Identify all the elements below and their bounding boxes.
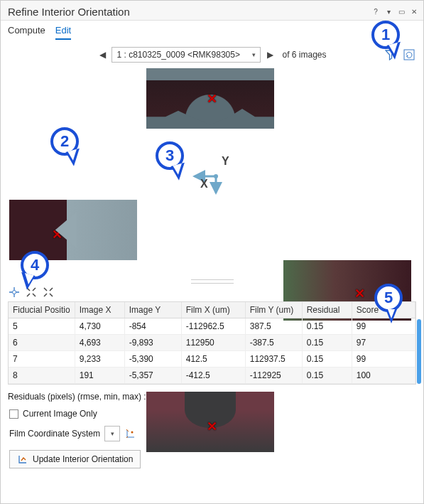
axis-icon: Y X (189, 154, 246, 196)
fiducial-table: Fiducial Positio Image X Image Y Film X … (8, 301, 416, 385)
film-coord-label: Film Coordinate System (9, 429, 100, 439)
pick-point-icon[interactable] (8, 286, 21, 299)
titlebar: Refine Interior Orientation ? ▾ ▭ ✕ (1, 1, 423, 21)
col-film-x[interactable]: Film X (um) (181, 302, 245, 318)
svg-text:Y: Y (222, 155, 229, 167)
fiducial-mark-icon: ✕ (52, 227, 62, 242)
collapse-in-icon[interactable] (25, 286, 38, 299)
update-button-label: Update Interior Orientation (33, 454, 133, 464)
fiducial-center-axes[interactable]: Y X (146, 139, 274, 200)
current-image-only-label: Current Image Only (23, 409, 97, 419)
next-image-button[interactable]: ▶ (265, 50, 275, 60)
col-score[interactable]: Score (352, 302, 415, 318)
chevron-down-icon: ▾ (252, 51, 256, 58)
svg-point-3 (214, 174, 218, 178)
menu-icon[interactable]: ▾ (384, 7, 393, 17)
svg-text:X: X (200, 178, 208, 190)
dock-icon[interactable]: ▭ (396, 7, 406, 17)
tab-bar: Compute Edit (1, 21, 423, 40)
tab-compute[interactable]: Compute (8, 25, 45, 40)
close-icon[interactable]: ✕ (409, 7, 419, 17)
film-coord-tool-icon[interactable] (124, 427, 137, 440)
prev-image-button[interactable]: ◀ (97, 50, 107, 60)
filter-icon[interactable] (384, 48, 398, 62)
fiducial-mark-icon: ✕ (354, 286, 365, 301)
image-dropdown-label: 1 : c810325_0009 <RMK98305> (116, 50, 239, 60)
refresh-settings-icon[interactable] (402, 48, 416, 62)
table-row[interactable]: 8 191 -5,357 -412.5 -112925 0.15 100 (9, 368, 415, 384)
film-coord-dropdown[interactable]: ▾ (104, 426, 120, 441)
table-header-row: Fiducial Positio Image X Image Y Film X … (9, 302, 415, 318)
svg-point-7 (131, 431, 134, 434)
col-fiducial-pos[interactable]: Fiducial Positio (9, 302, 75, 318)
table-row[interactable]: 5 4,730 -854 -112962.5 387.5 0.15 99 (9, 318, 415, 335)
expand-out-icon[interactable] (42, 286, 55, 299)
image-count-label: of 6 images (282, 50, 326, 60)
col-image-x[interactable]: Image X (75, 302, 124, 318)
svg-point-6 (13, 291, 16, 294)
col-residual[interactable]: Residual (302, 302, 352, 318)
update-interior-orientation-button[interactable]: Update Interior Orientation (9, 450, 141, 468)
help-icon[interactable]: ? (371, 7, 381, 17)
fiducial-bottom[interactable]: ✕ (146, 392, 274, 452)
col-image-y[interactable]: Image Y (124, 302, 181, 318)
update-icon (17, 454, 28, 465)
fiducial-mark-icon: ✕ (207, 91, 217, 107)
current-image-only-checkbox[interactable] (9, 409, 18, 419)
table-row[interactable]: 7 9,233 -5,390 412.5 112937.5 0.15 99 (9, 351, 415, 368)
image-selector-row: ◀ 1 : c810325_0009 <RMK98305> ▾ ▶ of 6 i… (1, 40, 423, 65)
titlebar-controls: ? ▾ ▭ ✕ (371, 7, 419, 17)
panel-title: Refine Interior Orientation (8, 6, 130, 18)
fiducial-left[interactable]: ✕ (9, 200, 137, 260)
fiducial-preview-area: ✕ ✕ Y X ✕ ✕ (1, 68, 423, 274)
svg-rect-0 (404, 50, 414, 60)
col-film-y[interactable]: Film Y (um) (245, 302, 302, 318)
fiducial-top[interactable]: ✕ (146, 68, 274, 129)
fiducial-mark-icon: ✕ (207, 419, 217, 434)
tab-edit[interactable]: Edit (55, 25, 71, 40)
table-scrollbar[interactable] (417, 319, 421, 384)
image-dropdown[interactable]: 1 : c810325_0009 <RMK98305> ▾ (112, 47, 261, 63)
table-row[interactable]: 6 4,693 -9,893 112950 -387.5 0.15 97 (9, 335, 415, 351)
